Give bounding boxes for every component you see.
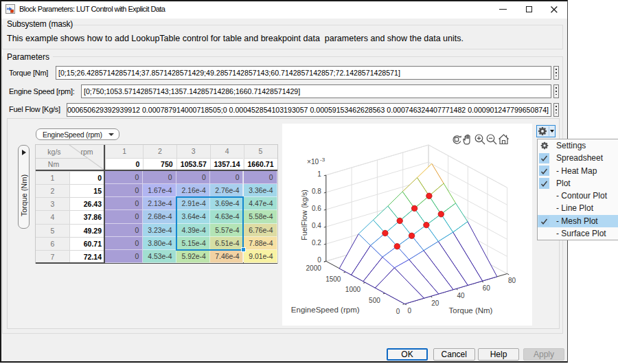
svg-text:40: 40 — [457, 292, 465, 299]
svg-text:2000: 2000 — [306, 264, 322, 272]
svg-text:FuelFlow (kg/s): FuelFlow (kg/s) — [300, 190, 308, 240]
svg-text:0.2: 0.2 — [312, 239, 321, 247]
svg-text:500: 500 — [369, 297, 380, 304]
svg-text:80: 80 — [508, 277, 516, 284]
svg-text:0: 0 — [396, 308, 400, 315]
svg-text:60: 60 — [483, 284, 491, 292]
svg-text:1: 1 — [317, 170, 321, 178]
svg-text:Torque (Nm): Torque (Nm) — [449, 306, 493, 315]
svg-text:1500: 1500 — [325, 275, 341, 283]
svg-text:0: 0 — [317, 256, 321, 264]
svg-text:×10: ×10 — [307, 158, 319, 166]
svg-text:0.8: 0.8 — [312, 187, 321, 195]
svg-text:0.6: 0.6 — [312, 205, 321, 212]
svg-text:20: 20 — [431, 299, 439, 307]
svg-text:0.4: 0.4 — [312, 222, 321, 229]
svg-text:-3: -3 — [320, 157, 325, 163]
svg-text:1000: 1000 — [345, 286, 361, 293]
svg-text:0: 0 — [408, 307, 412, 315]
svg-text:EngineSpeed (rpm): EngineSpeed (rpm) — [291, 306, 360, 314]
